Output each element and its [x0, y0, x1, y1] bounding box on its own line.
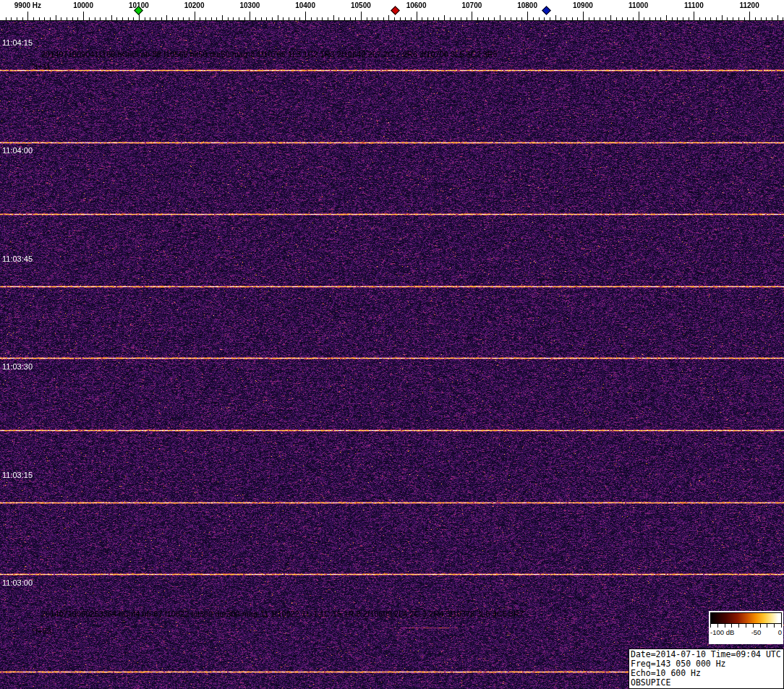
ruler-tick	[594, 17, 595, 20]
ruler-tick	[400, 17, 401, 20]
ruler-tick	[228, 17, 229, 20]
frequency-ruler: 9900 Hz100001010010200103001040010500106…	[0, 0, 784, 21]
ruler-tick	[566, 17, 567, 20]
ruler-tick	[461, 17, 461, 20]
ruler-tick	[777, 15, 778, 20]
ruler-tick	[422, 17, 422, 20]
ruler-tick	[383, 17, 384, 20]
ruler-tick	[438, 17, 439, 20]
intensity-colorbar: -100 dB -50 0	[709, 611, 783, 644]
ruler-tick	[239, 17, 239, 20]
ruler-tick	[433, 17, 434, 20]
ruler-tick	[572, 17, 573, 20]
ruler-tick	[417, 12, 417, 20]
ruler-tick	[266, 17, 267, 20]
ruler-tick	[589, 17, 589, 20]
ruler-tick	[133, 17, 134, 20]
ruler-tick	[666, 15, 667, 20]
ruler-tick	[744, 17, 745, 20]
ruler-tick	[67, 17, 67, 20]
ruler-tick	[450, 17, 451, 20]
frequency-marker-blue-icon[interactable]	[542, 6, 551, 15]
ruler-tick	[605, 17, 606, 20]
ruler-tick	[33, 17, 34, 20]
ruler-tick	[472, 12, 472, 20]
ruler-tick	[644, 17, 644, 20]
ruler-tick	[388, 15, 389, 20]
colorbar-labels: -100 dB -50 0	[710, 628, 782, 636]
ruler-tick	[378, 17, 378, 20]
detection-annotation-1: 20140710090411168 hCnt5 nb-88 f10569 hit…	[41, 50, 498, 59]
ruler-tick	[294, 17, 295, 20]
ruler-tick	[116, 17, 117, 20]
ruler-tick	[722, 15, 723, 20]
ruler-tick	[494, 17, 495, 20]
time-axis-label: 11:03:15	[2, 471, 33, 479]
ruler-tick-label: 11000	[629, 1, 648, 9]
ruler-tick	[328, 17, 328, 20]
ruler-tick	[355, 17, 356, 20]
ruler-tick	[56, 15, 56, 20]
ruler-tick-label: 10000	[73, 1, 93, 9]
ruler-tick	[278, 15, 278, 20]
time-axis-label: 11:03:00	[2, 578, 33, 587]
ruler-tick	[83, 12, 84, 20]
ruler-tick	[616, 17, 617, 20]
ruler-tick	[483, 17, 484, 20]
ruler-tick	[411, 17, 412, 20]
ruler-tick	[299, 17, 300, 20]
ruler-tick	[205, 17, 206, 20]
ruler-tick	[544, 17, 545, 20]
ruler-tick	[61, 17, 61, 20]
ruler-tick	[466, 17, 467, 20]
ruler-tick	[705, 17, 706, 20]
ruler-tick	[89, 17, 90, 20]
ruler-tick	[106, 17, 106, 20]
ruler-tick	[183, 17, 184, 20]
ruler-tick	[189, 17, 189, 20]
ruler-tick-label: 10400	[295, 1, 315, 9]
frequency-marker-red-icon[interactable]	[391, 6, 400, 15]
ruler-tick	[555, 15, 556, 20]
ruler-tick	[44, 17, 45, 20]
ruler-tick	[677, 17, 678, 20]
ruler-tick	[766, 17, 767, 20]
ruler-tick	[783, 17, 783, 20]
ruler-tick	[344, 17, 345, 20]
ruler-tick-label: 10200	[184, 1, 205, 9]
ruler-tick	[200, 17, 200, 20]
ruler-tick	[444, 15, 445, 20]
status-info-box: Date=2014-07-10 Time=09:04 UTCFreq=143 0…	[629, 649, 784, 689]
ruler-tick	[699, 17, 700, 20]
ruler-tick	[72, 17, 73, 20]
ruler-tick-label: 10900	[573, 1, 593, 9]
ruler-tick	[322, 17, 323, 20]
ruler-tick	[166, 15, 167, 20]
time-axis-label: 11:03:30	[2, 362, 33, 371]
ruler-tick	[145, 17, 145, 20]
ruler-tick	[161, 17, 162, 20]
ruler-tick	[655, 17, 656, 20]
ruler-tick	[749, 12, 750, 20]
ruler-tick	[172, 17, 173, 20]
ruler-tick	[283, 17, 284, 20]
ruler-tick	[178, 17, 179, 20]
ruler-tick	[660, 17, 661, 20]
ruler-tick	[150, 17, 150, 20]
time-axis-label: 11:04:15	[2, 38, 33, 47]
ruler-tick	[672, 17, 673, 20]
ruler-tick	[683, 17, 683, 20]
ruler-tick	[311, 17, 312, 20]
ruler-tick	[155, 17, 156, 20]
ruler-tick	[128, 17, 129, 20]
time-axis-label: 11:04:00	[2, 146, 33, 155]
colorbar-gradient	[710, 612, 782, 624]
ruler-tick	[533, 17, 534, 20]
ruler-tick	[95, 17, 95, 20]
ruler-tick	[427, 17, 428, 20]
ruler-tick	[761, 17, 762, 20]
ruler-tick	[222, 15, 223, 20]
ruler-tick	[694, 12, 694, 20]
ruler-tick	[255, 17, 256, 20]
ruler-tick-label: 11200	[739, 1, 759, 9]
